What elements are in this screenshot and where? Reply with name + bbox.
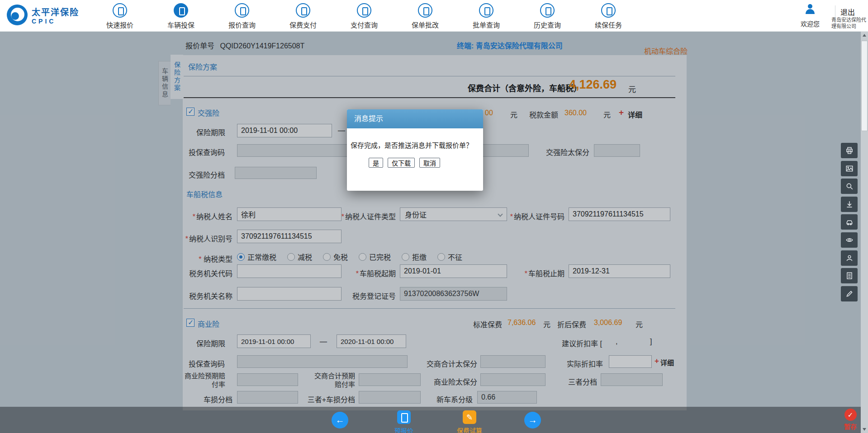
premium-calc-icon: ✎ xyxy=(463,410,476,424)
arrow-left-icon: ← xyxy=(336,415,345,425)
cpic-logo: 太平洋保险 CPIC xyxy=(7,5,79,25)
premium-calc-label: 保费试算 xyxy=(457,426,482,433)
message-dialog: 消息提示 保存完成，是否推送消息并下载报价单？ 是 仅下载 取消 xyxy=(347,109,483,191)
customer-button[interactable] xyxy=(841,250,858,266)
zoom-icon xyxy=(845,182,854,190)
view-button[interactable] xyxy=(841,232,858,248)
person-icon xyxy=(845,254,854,262)
nav-item-payment-query[interactable]: 支付查询 xyxy=(344,0,384,32)
nav-item-quick-quote[interactable]: 快速报价 xyxy=(100,0,140,32)
logout-button[interactable]: 退出 xyxy=(840,6,855,17)
nav-item-history-query[interactable]: 历史查询 xyxy=(527,0,568,32)
cpic-logo-icon xyxy=(7,5,28,25)
dialog-title-bar[interactable]: 消息提示 xyxy=(347,109,483,128)
download-button[interactable] xyxy=(841,197,858,212)
scroll-up-icon[interactable] xyxy=(861,32,868,39)
print-button[interactable] xyxy=(841,143,858,158)
brand-name: 太平洋保险 xyxy=(32,5,79,18)
scroll-down-icon[interactable] xyxy=(861,426,868,433)
endorsement-query-icon xyxy=(479,3,493,18)
welcome-text: 欢迎您 xyxy=(801,19,820,28)
user-icon xyxy=(805,4,815,14)
print-icon xyxy=(845,146,854,155)
dialog-buttons: 是 仅下载 取消 xyxy=(369,158,483,168)
arrow-right-icon: → xyxy=(528,415,537,425)
nav-item-vehicle-insure[interactable]: 车辆投保 xyxy=(161,0,201,32)
brand-sub: CPIC xyxy=(32,18,79,25)
nav-item-premium-pay[interactable]: 保费支付 xyxy=(283,0,323,32)
document-button[interactable] xyxy=(841,268,858,283)
yes-button[interactable]: 是 xyxy=(369,158,383,168)
prequote-icon xyxy=(397,410,411,424)
download-icon xyxy=(845,200,854,208)
save-check-icon: ✓ xyxy=(844,409,857,421)
edit-button[interactable] xyxy=(841,286,858,301)
premium-calc-button[interactable]: ✎ 保费试算 xyxy=(454,410,485,433)
modal-overlay xyxy=(0,32,868,433)
vehicle-insure-icon xyxy=(174,3,188,18)
edit-icon xyxy=(845,290,854,298)
quick-quote-icon xyxy=(113,3,127,18)
download-only-button[interactable]: 仅下载 xyxy=(388,158,415,168)
zoom-button[interactable] xyxy=(841,179,858,194)
nav-item-endorsement-query[interactable]: 批单查询 xyxy=(466,0,507,32)
prequote-button[interactable]: 预报价 xyxy=(388,410,420,433)
temp-save-label: 暂存 xyxy=(844,422,857,431)
dialog-message: 保存完成，是否推送消息并下载报价单？ xyxy=(347,128,483,150)
next-button[interactable]: → xyxy=(524,412,541,428)
history-query-icon xyxy=(540,3,555,18)
payment-query-icon xyxy=(357,3,371,18)
car-icon xyxy=(845,218,854,226)
image-icon xyxy=(845,165,854,173)
nav-item-quote-query[interactable]: 报价查询 xyxy=(222,0,262,32)
nav-item-renewal-task[interactable]: 续保任务 xyxy=(588,0,629,32)
image-button[interactable] xyxy=(841,161,858,176)
top-bar: 太平洋保险 CPIC 快速报价 车辆投保 报价查询 保费支付 支付查询 保单批改… xyxy=(0,0,868,32)
document-icon xyxy=(845,272,854,280)
nav-item-policy-amend[interactable]: 保单批改 xyxy=(405,0,446,32)
app-screen: 太平洋保险 CPIC 快速报价 车辆投保 报价查询 保费支付 支付查询 保单批改… xyxy=(0,0,868,433)
premium-pay-icon xyxy=(296,3,310,18)
policy-amend-icon xyxy=(418,3,432,18)
agency-name: 青岛安达保险代理有限公司 xyxy=(831,17,868,29)
main-nav: 快速报价 车辆投保 报价查询 保费支付 支付查询 保单批改 批单查询 历史查询 … xyxy=(100,0,649,32)
scroll-thumb[interactable] xyxy=(861,41,868,131)
back-button[interactable]: ← xyxy=(332,412,348,428)
quote-query-icon xyxy=(235,3,249,18)
prequote-label: 预报价 xyxy=(394,426,413,433)
scrollbar[interactable] xyxy=(861,32,868,433)
eye-icon xyxy=(845,236,854,244)
temp-save-button[interactable]: ✓ 暂存 xyxy=(840,409,861,431)
bottom-action-bar: ← 预报价 ✎ 保费试算 → xyxy=(0,407,861,433)
renewal-task-icon xyxy=(601,3,616,18)
cancel-button[interactable]: 取消 xyxy=(419,158,440,168)
dialog-title: 消息提示 xyxy=(354,115,383,122)
vehicle-button[interactable] xyxy=(841,214,858,230)
